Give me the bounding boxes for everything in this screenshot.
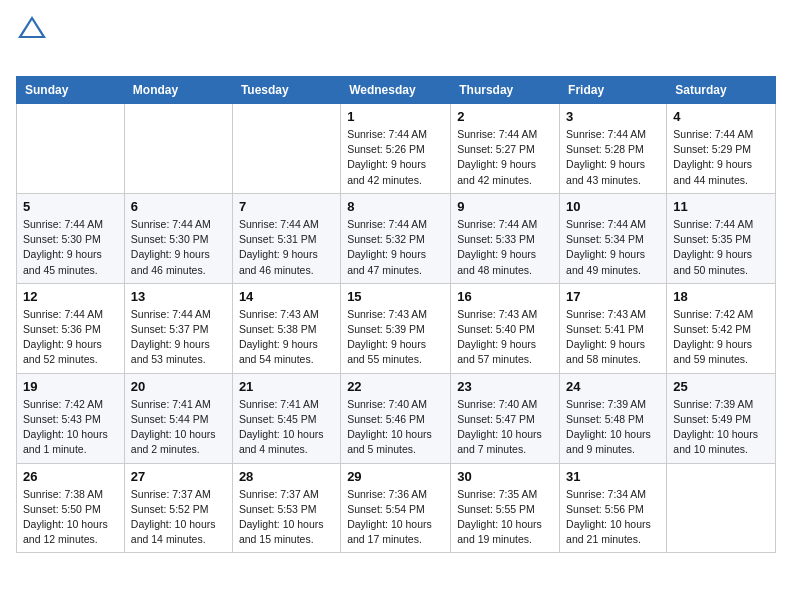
weekday-header: Monday	[124, 77, 232, 104]
weekday-header: Wednesday	[341, 77, 451, 104]
day-number: 8	[347, 199, 444, 214]
calendar-cell: 4Sunrise: 7:44 AM Sunset: 5:29 PM Daylig…	[667, 104, 776, 194]
day-info: Sunrise: 7:40 AM Sunset: 5:47 PM Dayligh…	[457, 397, 553, 458]
page-header	[16, 16, 776, 64]
day-info: Sunrise: 7:36 AM Sunset: 5:54 PM Dayligh…	[347, 487, 444, 548]
day-number: 27	[131, 469, 226, 484]
day-info: Sunrise: 7:44 AM Sunset: 5:34 PM Dayligh…	[566, 217, 660, 278]
day-info: Sunrise: 7:44 AM Sunset: 5:30 PM Dayligh…	[23, 217, 118, 278]
calendar-table: SundayMondayTuesdayWednesdayThursdayFrid…	[16, 76, 776, 553]
calendar-cell: 24Sunrise: 7:39 AM Sunset: 5:48 PM Dayli…	[560, 373, 667, 463]
day-info: Sunrise: 7:35 AM Sunset: 5:55 PM Dayligh…	[457, 487, 553, 548]
day-number: 9	[457, 199, 553, 214]
day-number: 7	[239, 199, 334, 214]
day-number: 21	[239, 379, 334, 394]
calendar-cell: 20Sunrise: 7:41 AM Sunset: 5:44 PM Dayli…	[124, 373, 232, 463]
day-number: 28	[239, 469, 334, 484]
day-number: 2	[457, 109, 553, 124]
logo-icon	[18, 16, 46, 38]
day-info: Sunrise: 7:42 AM Sunset: 5:42 PM Dayligh…	[673, 307, 769, 368]
calendar-cell: 13Sunrise: 7:44 AM Sunset: 5:37 PM Dayli…	[124, 283, 232, 373]
day-number: 5	[23, 199, 118, 214]
calendar-cell: 6Sunrise: 7:44 AM Sunset: 5:30 PM Daylig…	[124, 193, 232, 283]
calendar-header-row: SundayMondayTuesdayWednesdayThursdayFrid…	[17, 77, 776, 104]
day-info: Sunrise: 7:40 AM Sunset: 5:46 PM Dayligh…	[347, 397, 444, 458]
calendar-cell: 16Sunrise: 7:43 AM Sunset: 5:40 PM Dayli…	[451, 283, 560, 373]
day-info: Sunrise: 7:44 AM Sunset: 5:32 PM Dayligh…	[347, 217, 444, 278]
calendar-cell: 12Sunrise: 7:44 AM Sunset: 5:36 PM Dayli…	[17, 283, 125, 373]
calendar-cell: 25Sunrise: 7:39 AM Sunset: 5:49 PM Dayli…	[667, 373, 776, 463]
day-number: 31	[566, 469, 660, 484]
day-info: Sunrise: 7:43 AM Sunset: 5:41 PM Dayligh…	[566, 307, 660, 368]
calendar-cell: 14Sunrise: 7:43 AM Sunset: 5:38 PM Dayli…	[232, 283, 340, 373]
day-number: 15	[347, 289, 444, 304]
calendar-cell: 10Sunrise: 7:44 AM Sunset: 5:34 PM Dayli…	[560, 193, 667, 283]
day-info: Sunrise: 7:44 AM Sunset: 5:36 PM Dayligh…	[23, 307, 118, 368]
day-info: Sunrise: 7:44 AM Sunset: 5:33 PM Dayligh…	[457, 217, 553, 278]
day-info: Sunrise: 7:43 AM Sunset: 5:39 PM Dayligh…	[347, 307, 444, 368]
calendar-cell	[17, 104, 125, 194]
day-number: 30	[457, 469, 553, 484]
calendar-cell: 18Sunrise: 7:42 AM Sunset: 5:42 PM Dayli…	[667, 283, 776, 373]
calendar-cell: 30Sunrise: 7:35 AM Sunset: 5:55 PM Dayli…	[451, 463, 560, 553]
day-number: 26	[23, 469, 118, 484]
day-info: Sunrise: 7:37 AM Sunset: 5:53 PM Dayligh…	[239, 487, 334, 548]
calendar-cell	[124, 104, 232, 194]
calendar-cell: 26Sunrise: 7:38 AM Sunset: 5:50 PM Dayli…	[17, 463, 125, 553]
calendar-cell: 1Sunrise: 7:44 AM Sunset: 5:26 PM Daylig…	[341, 104, 451, 194]
calendar-cell: 23Sunrise: 7:40 AM Sunset: 5:47 PM Dayli…	[451, 373, 560, 463]
day-number: 16	[457, 289, 553, 304]
calendar-week-row: 19Sunrise: 7:42 AM Sunset: 5:43 PM Dayli…	[17, 373, 776, 463]
day-number: 13	[131, 289, 226, 304]
calendar-cell: 9Sunrise: 7:44 AM Sunset: 5:33 PM Daylig…	[451, 193, 560, 283]
day-number: 10	[566, 199, 660, 214]
day-info: Sunrise: 7:42 AM Sunset: 5:43 PM Dayligh…	[23, 397, 118, 458]
weekday-header: Sunday	[17, 77, 125, 104]
calendar-cell	[232, 104, 340, 194]
day-number: 6	[131, 199, 226, 214]
day-info: Sunrise: 7:44 AM Sunset: 5:26 PM Dayligh…	[347, 127, 444, 188]
calendar-cell: 19Sunrise: 7:42 AM Sunset: 5:43 PM Dayli…	[17, 373, 125, 463]
day-number: 22	[347, 379, 444, 394]
day-number: 17	[566, 289, 660, 304]
day-info: Sunrise: 7:43 AM Sunset: 5:38 PM Dayligh…	[239, 307, 334, 368]
calendar-cell: 5Sunrise: 7:44 AM Sunset: 5:30 PM Daylig…	[17, 193, 125, 283]
day-info: Sunrise: 7:44 AM Sunset: 5:30 PM Dayligh…	[131, 217, 226, 278]
calendar-cell: 2Sunrise: 7:44 AM Sunset: 5:27 PM Daylig…	[451, 104, 560, 194]
calendar-cell	[667, 463, 776, 553]
day-info: Sunrise: 7:43 AM Sunset: 5:40 PM Dayligh…	[457, 307, 553, 368]
day-number: 3	[566, 109, 660, 124]
page-container: SundayMondayTuesdayWednesdayThursdayFrid…	[0, 0, 792, 569]
calendar-cell: 11Sunrise: 7:44 AM Sunset: 5:35 PM Dayli…	[667, 193, 776, 283]
day-number: 12	[23, 289, 118, 304]
calendar-cell: 22Sunrise: 7:40 AM Sunset: 5:46 PM Dayli…	[341, 373, 451, 463]
day-number: 14	[239, 289, 334, 304]
day-number: 23	[457, 379, 553, 394]
calendar-cell: 3Sunrise: 7:44 AM Sunset: 5:28 PM Daylig…	[560, 104, 667, 194]
calendar-week-row: 12Sunrise: 7:44 AM Sunset: 5:36 PM Dayli…	[17, 283, 776, 373]
day-info: Sunrise: 7:44 AM Sunset: 5:27 PM Dayligh…	[457, 127, 553, 188]
day-number: 29	[347, 469, 444, 484]
calendar-week-row: 26Sunrise: 7:38 AM Sunset: 5:50 PM Dayli…	[17, 463, 776, 553]
day-number: 19	[23, 379, 118, 394]
weekday-header: Thursday	[451, 77, 560, 104]
calendar-cell: 17Sunrise: 7:43 AM Sunset: 5:41 PM Dayli…	[560, 283, 667, 373]
day-info: Sunrise: 7:37 AM Sunset: 5:52 PM Dayligh…	[131, 487, 226, 548]
day-number: 20	[131, 379, 226, 394]
day-number: 25	[673, 379, 769, 394]
day-number: 24	[566, 379, 660, 394]
day-info: Sunrise: 7:39 AM Sunset: 5:49 PM Dayligh…	[673, 397, 769, 458]
day-info: Sunrise: 7:44 AM Sunset: 5:31 PM Dayligh…	[239, 217, 334, 278]
calendar-cell: 28Sunrise: 7:37 AM Sunset: 5:53 PM Dayli…	[232, 463, 340, 553]
weekday-header: Saturday	[667, 77, 776, 104]
day-info: Sunrise: 7:34 AM Sunset: 5:56 PM Dayligh…	[566, 487, 660, 548]
day-info: Sunrise: 7:44 AM Sunset: 5:37 PM Dayligh…	[131, 307, 226, 368]
day-number: 18	[673, 289, 769, 304]
calendar-cell: 27Sunrise: 7:37 AM Sunset: 5:52 PM Dayli…	[124, 463, 232, 553]
day-number: 1	[347, 109, 444, 124]
calendar-cell: 21Sunrise: 7:41 AM Sunset: 5:45 PM Dayli…	[232, 373, 340, 463]
calendar-cell: 8Sunrise: 7:44 AM Sunset: 5:32 PM Daylig…	[341, 193, 451, 283]
calendar-week-row: 1Sunrise: 7:44 AM Sunset: 5:26 PM Daylig…	[17, 104, 776, 194]
day-info: Sunrise: 7:38 AM Sunset: 5:50 PM Dayligh…	[23, 487, 118, 548]
calendar-cell: 7Sunrise: 7:44 AM Sunset: 5:31 PM Daylig…	[232, 193, 340, 283]
